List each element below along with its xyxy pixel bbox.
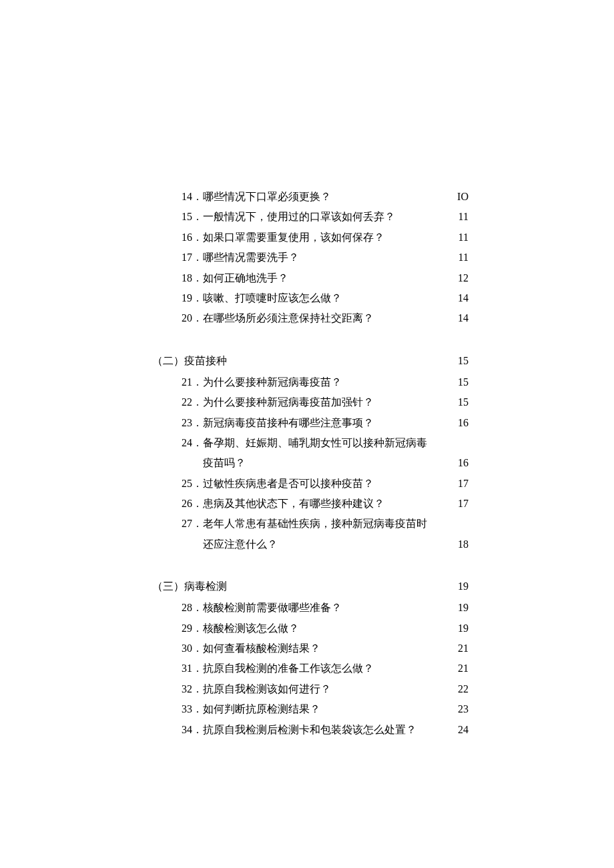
entry-page: 19 [452, 598, 469, 618]
entry-dot: . [196, 268, 203, 288]
entry-text: 如何正确地洗手？ [203, 268, 447, 288]
entry-page: 21 [452, 659, 469, 679]
entry-text: 在哪些场所必须注意保持社交距离？ [203, 308, 447, 328]
entry-number: 33 [152, 699, 196, 719]
toc-entry: 28 . 核酸检测前需要做哪些准备？ 19 [152, 598, 469, 618]
entry-dot: . [196, 413, 203, 433]
entry-page: 16 [452, 413, 469, 433]
entry-number: 18 [152, 268, 196, 288]
entry-text: 抗原自我检测的准备工作该怎么做？ [203, 659, 447, 679]
entry-number: 24 [152, 433, 196, 474]
toc-entry: 30 . 如何查看核酸检测结果？ 21 [152, 638, 469, 659]
entry-number: 14 [152, 187, 196, 207]
entry-dot: . [196, 720, 203, 740]
entry-dot: . [196, 228, 203, 248]
entry-number: 22 [152, 392, 196, 412]
entry-text: 老年人常患有基础性疾病，接种新冠病毒疫苗时 [203, 514, 447, 534]
entry-dot: . [196, 207, 203, 227]
entry-text: 备孕期、妊娠期、哺乳期女性可以接种新冠病毒 [203, 433, 447, 453]
entry-text: 哪些情况下口罩必须更换？ [203, 187, 447, 207]
entry-dot: . [196, 372, 203, 392]
section-title: （二）疫苗接种 [152, 354, 227, 368]
entry-text: 抗原自我检测后检测卡和包装袋该怎么处置？ [203, 720, 447, 740]
entry-number: 32 [152, 679, 196, 699]
entry-page: 23 [452, 699, 469, 719]
toc-entry: 29 . 核酸检测该怎么做？ 19 [152, 618, 469, 638]
entry-dot: . [196, 474, 203, 494]
entry-dot: . [196, 308, 203, 328]
toc-section-header: （三）病毒检测 19 [152, 580, 469, 594]
toc-entry: 18 . 如何正确地洗手？ 12 [152, 268, 469, 288]
entry-number: 28 [152, 598, 196, 618]
entry-text: 哪些情况需要洗手？ [203, 248, 447, 268]
entry-text: 如何判断抗原检测结果？ [203, 699, 447, 719]
entry-page: 17 [452, 494, 469, 514]
entry-page: 12 [452, 268, 469, 288]
entry-page: 19 [452, 618, 469, 638]
entry-page: 14 [452, 288, 469, 308]
entry-text: 为什么要接种新冠病毒疫苗加强针？ [203, 392, 447, 412]
entry-text-cont: 疫苗吗？ [203, 453, 447, 473]
toc-page: 14 . 哪些情况下口罩必须更换？ IO 15 . 一般情况下，使用过的口罩该如… [0, 0, 614, 740]
entry-number: 17 [152, 248, 196, 268]
entry-text: 过敏性疾病患者是否可以接种疫苗？ [203, 474, 447, 494]
toc-entry: 27 . 老年人常患有基础性疾病，接种新冠病毒疫苗时 还应注意什么？ 18 [152, 514, 469, 554]
toc-entry: 22 . 为什么要接种新冠病毒疫苗加强针？ 15 [152, 392, 469, 412]
entry-text: 为什么要接种新冠病毒疫苗？ [203, 372, 447, 392]
entry-page: 15 [452, 372, 469, 392]
entry-text: 患病及其他状态下，有哪些接种建议？ [203, 494, 447, 514]
entry-dot: . [196, 638, 203, 659]
entry-text: 核酸检测该怎么做？ [203, 618, 447, 638]
entry-text: 核酸检测前需要做哪些准备？ [203, 598, 447, 618]
toc-entry: 34 . 抗原自我检测后检测卡和包装袋该怎么处置？ 24 [152, 720, 469, 740]
entry-page: 11 [452, 248, 469, 268]
toc-entry: 33 . 如何判断抗原检测结果？ 23 [152, 699, 469, 719]
entry-number: 26 [152, 494, 196, 514]
entry-page: 24 [452, 720, 469, 740]
section-page: 15 [452, 355, 469, 367]
toc-entry: 19 . 咳嗽、打喷嚏时应该怎么做？ 14 [152, 288, 469, 308]
toc-entry: 21 . 为什么要接种新冠病毒疫苗？ 15 [152, 372, 469, 392]
toc-entry: 32 . 抗原自我检测该如何进行？ 22 [152, 679, 469, 699]
entry-dot: . [196, 514, 203, 554]
entry-number: 19 [152, 288, 196, 308]
entry-dot: . [196, 248, 203, 268]
entry-number: 34 [152, 720, 196, 740]
entry-page: 14 [452, 308, 469, 328]
entry-page: 16 [452, 453, 469, 473]
entry-page: IO [452, 187, 469, 207]
toc-entry: 15 . 一般情况下，使用过的口罩该如何丢弃？ 11 [152, 207, 469, 227]
entry-dot: . [196, 618, 203, 638]
entry-dot: . [196, 598, 203, 618]
toc-entry: 20 . 在哪些场所必须注意保持社交距离？ 14 [152, 308, 469, 328]
toc-entry: 25 . 过敏性疾病患者是否可以接种疫苗？ 17 [152, 474, 469, 494]
toc-entry: 14 . 哪些情况下口罩必须更换？ IO [152, 187, 469, 207]
entry-dot: . [196, 392, 203, 412]
entry-text: 一般情况下，使用过的口罩该如何丢弃？ [203, 207, 447, 227]
entry-number: 15 [152, 207, 196, 227]
entry-text: 咳嗽、打喷嚏时应该怎么做？ [203, 288, 447, 308]
entry-page: 21 [452, 638, 469, 659]
entry-number: 20 [152, 308, 196, 328]
entry-dot: . [196, 494, 203, 514]
entry-page: 22 [452, 679, 469, 699]
section-page: 19 [452, 580, 469, 592]
entry-dot: . [196, 433, 203, 474]
section-title: （三）病毒检测 [152, 580, 227, 594]
entry-text: 如果口罩需要重复使用，该如何保存？ [203, 228, 447, 248]
toc-entry: 17 . 哪些情况需要洗手？ 11 [152, 248, 469, 268]
entry-page: 18 [452, 534, 469, 554]
entry-number: 25 [152, 474, 196, 494]
entry-number: 16 [152, 228, 196, 248]
entry-page: 11 [452, 207, 469, 227]
entry-number: 29 [152, 618, 196, 638]
entry-number: 30 [152, 638, 196, 659]
entry-dot: . [196, 699, 203, 719]
entry-page: 15 [452, 392, 469, 412]
entry-number: 31 [152, 659, 196, 679]
toc-entry: 23 . 新冠病毒疫苗接种有哪些注意事项？ 16 [152, 413, 469, 433]
entry-text: 抗原自我检测该如何进行？ [203, 679, 447, 699]
entry-text: 如何查看核酸检测结果？ [203, 638, 447, 659]
entry-dot: . [196, 679, 203, 699]
toc-entry: 16 . 如果口罩需要重复使用，该如何保存？ 11 [152, 228, 469, 248]
